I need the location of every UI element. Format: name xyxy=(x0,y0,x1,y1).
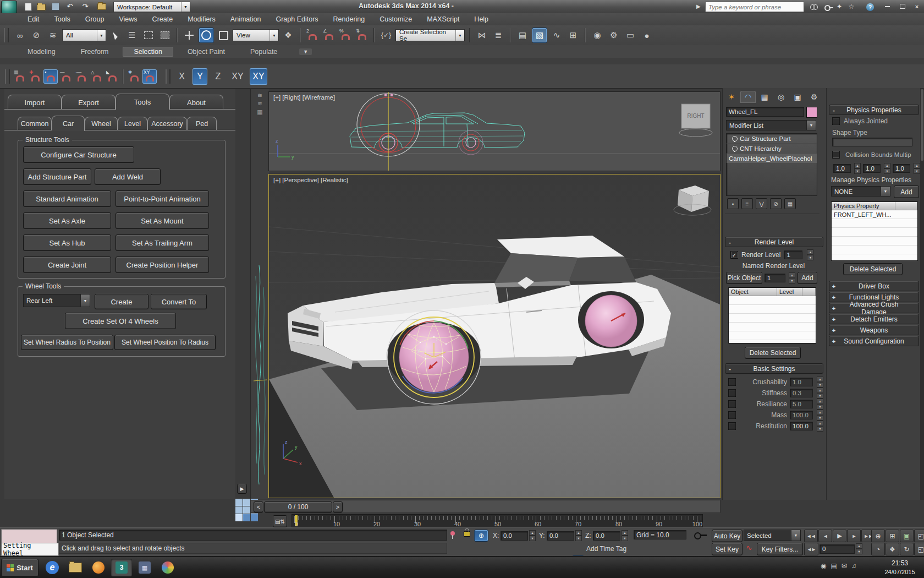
wheel-type-dropdown[interactable]: Rear Left▼ xyxy=(23,294,90,307)
tab-export[interactable]: Export xyxy=(62,95,116,110)
add-weld-button[interactable]: Add Weld xyxy=(95,168,161,185)
minimize-button[interactable] xyxy=(880,2,894,10)
spinner[interactable]: ▲▼ xyxy=(817,377,823,388)
ribbon-tab-populate[interactable]: Populate xyxy=(239,47,288,57)
viewport-perspective-realistic[interactable]: [+] [Perspective] [Realistic] xyxy=(268,174,721,498)
endpoint-snap-icon[interactable]: — xyxy=(59,69,73,84)
selection-filter-dropdown[interactable]: All▼ xyxy=(62,29,106,41)
tab-hierarchy-icon[interactable]: ▦ xyxy=(757,91,772,103)
key-mode-toggle-icon[interactable]: ◄► xyxy=(804,543,818,555)
column-physics-property[interactable]: Physics Property xyxy=(832,202,895,210)
rendered-frame-window-icon[interactable]: ▭ xyxy=(623,28,637,42)
spinner-snap-icon[interactable]: ⇅ xyxy=(355,28,369,42)
always-jointed-checkbox[interactable] xyxy=(832,117,840,125)
previous-frame-icon[interactable]: ◄ xyxy=(818,530,832,542)
panel-scroll-right-button[interactable]: ▶ xyxy=(237,484,247,494)
subtab-ped[interactable]: Ped xyxy=(187,117,217,130)
stack-item[interactable]: CNT Hierarchy xyxy=(727,144,817,154)
menu-customize[interactable]: Customize xyxy=(380,15,412,23)
wheel-convert-to-button[interactable]: Convert To xyxy=(151,294,207,309)
render-level-checkbox[interactable]: ✓ xyxy=(730,251,738,259)
bulb-icon[interactable] xyxy=(732,136,738,141)
configure-modifier-sets-icon[interactable]: ▦ xyxy=(784,198,796,209)
new-scene-icon[interactable] xyxy=(23,2,33,12)
tab-motion-icon[interactable]: ◎ xyxy=(773,91,789,103)
vertex-snap-icon[interactable]: ▪ xyxy=(43,69,58,84)
align-icon[interactable]: ≣ xyxy=(491,28,505,42)
resiliance-value[interactable]: 5.0 xyxy=(790,400,813,408)
restitution-checkbox[interactable] xyxy=(728,422,736,430)
ribbon-tab-object-paint[interactable]: Object Paint xyxy=(177,47,236,57)
spinner[interactable]: ▲▼ xyxy=(914,163,920,174)
physics-property-table[interactable]: Physics Property FRONT_LEFT_WH... xyxy=(831,201,918,261)
menu-views[interactable]: Views xyxy=(119,15,137,23)
auto-key-button[interactable]: Auto Key xyxy=(712,530,743,542)
render-level-table[interactable]: ObjectLevel xyxy=(728,287,816,343)
create-joint-button[interactable]: Create Joint xyxy=(23,257,111,273)
spinner[interactable]: ▲▼ xyxy=(817,421,823,432)
tab-display-icon[interactable]: ▣ xyxy=(790,91,805,103)
select-and-scale-icon[interactable] xyxy=(216,28,230,42)
menu-edit[interactable]: Edit xyxy=(28,15,40,23)
material-editor-icon[interactable]: ◉ xyxy=(590,28,604,42)
taskbar-explorer-icon[interactable] xyxy=(65,559,86,576)
set-wheel-radius-button[interactable]: Set Wheel Radius To Position xyxy=(21,335,113,350)
next-frame-arrow[interactable]: > xyxy=(333,501,343,512)
next-frame-icon[interactable]: ► xyxy=(847,530,861,542)
key-filters-button[interactable]: Key Filters... xyxy=(757,543,803,555)
resiliance-checkbox[interactable] xyxy=(728,400,736,408)
tray-icon[interactable]: ✉ xyxy=(842,562,847,570)
time-slider-track[interactable]: < 0 / 100 > xyxy=(250,500,721,513)
ribbon-tab-freeform[interactable]: Freeform xyxy=(70,47,120,57)
max-logo-icon[interactable] xyxy=(1,1,17,14)
tab-modify-icon[interactable]: ◠ xyxy=(740,91,756,103)
percent-snap-icon[interactable]: % xyxy=(338,28,353,42)
shape-type-field[interactable] xyxy=(832,138,912,146)
scrollbar-thumb[interactable] xyxy=(921,89,923,161)
tray-icon[interactable]: ▤ xyxy=(831,562,837,570)
axis-constraint-xy[interactable]: XY xyxy=(229,68,246,85)
subtab-level[interactable]: Level xyxy=(118,117,147,130)
render-level-delete-button[interactable]: Delete Selected xyxy=(745,347,801,359)
tab-about[interactable]: About xyxy=(169,95,223,110)
project-folder-icon[interactable] xyxy=(97,2,107,12)
axis-constraint-xy-flyout[interactable]: XY xyxy=(250,68,267,85)
configure-car-structure-button[interactable]: Configure Car Structure xyxy=(23,146,134,163)
render-level-value[interactable]: 1 xyxy=(784,250,802,259)
make-unique-icon[interactable]: ⋁ xyxy=(756,198,767,209)
subtab-common[interactable]: Common xyxy=(18,117,52,130)
point-to-point-animation-button[interactable]: Point-to-Point Animation xyxy=(116,190,209,207)
communication-center-icon[interactable]: ✦ xyxy=(834,2,845,12)
taskbar-media-icon[interactable] xyxy=(88,559,109,576)
go-to-start-icon[interactable]: ◄◄ xyxy=(804,530,818,542)
weapons-rollout[interactable]: +Weapons xyxy=(829,325,919,335)
subtab-wheel[interactable]: Wheel xyxy=(85,117,118,130)
physics-property-row[interactable]: FRONT_LEFT_WH... xyxy=(832,210,917,219)
reference-coordinate-dropdown[interactable]: View▼ xyxy=(233,29,279,41)
pivot-snap-icon[interactable]: ✚ xyxy=(28,69,42,84)
tray-icon[interactable]: ◉ xyxy=(821,562,826,570)
select-and-rotate-icon[interactable] xyxy=(199,28,214,43)
help-icon[interactable]: ? xyxy=(865,2,876,12)
midpoint-snap-icon[interactable]: ·— xyxy=(74,69,89,84)
menu-rendering[interactable]: Rendering xyxy=(333,15,365,23)
side-viewport-sliver[interactable]: ≋≋▦ xyxy=(250,89,269,499)
axis-constraint-x[interactable]: X xyxy=(174,68,189,85)
previous-frame-arrow[interactable]: < xyxy=(254,501,263,512)
crushability-value[interactable]: 1.0 xyxy=(790,378,813,386)
select-object-icon[interactable] xyxy=(108,28,123,42)
standard-animation-button[interactable]: Standard Animation xyxy=(23,190,111,207)
open-file-icon[interactable] xyxy=(36,2,46,12)
absolute-offset-toggle-icon[interactable]: ⊕ xyxy=(474,530,488,542)
ribbon-options-icon[interactable]: ▼ xyxy=(299,48,312,55)
spinner[interactable]: ▲▼ xyxy=(817,399,823,410)
pin-stack-icon[interactable]: ▪ xyxy=(727,198,739,209)
advanced-crush-damage-rollout[interactable]: +Advanced Crush Damage xyxy=(829,303,919,313)
ribbon-tab-selection[interactable]: Selection xyxy=(123,47,173,57)
show-end-result-icon[interactable]: ≡ xyxy=(741,198,753,209)
set-as-trailing-arm-button[interactable]: Set As Trailing Arm xyxy=(116,235,209,251)
time-slider-block[interactable]: 0 / 100 xyxy=(264,501,332,512)
grid-point-snap-icon[interactable]: ▦ xyxy=(13,69,27,84)
object-color-swatch[interactable] xyxy=(806,107,817,118)
stack-item[interactable]: Car Structure Part xyxy=(727,134,817,144)
